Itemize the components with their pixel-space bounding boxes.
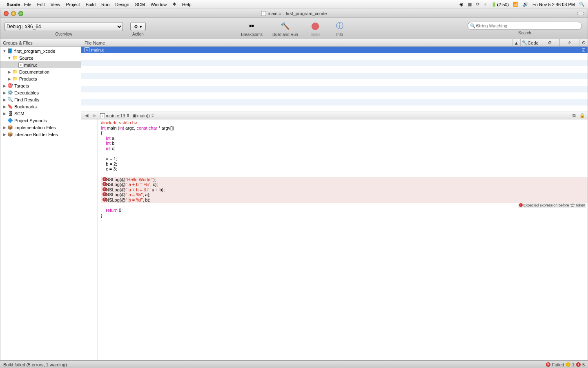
info-button[interactable]: ⓘ Info: [332, 20, 347, 37]
code-line[interactable]: int b;: [101, 141, 588, 146]
code-line[interactable]: {: [101, 130, 588, 136]
code-line[interactable]: }: [101, 213, 588, 218]
code-line[interactable]: c = 3;: [101, 166, 588, 172]
sidebar-item[interactable]: ▶📦Implementation Files: [0, 124, 81, 131]
code-column[interactable]: 🔧 Code: [521, 39, 540, 46]
app-menu[interactable]: Xcode: [7, 2, 20, 7]
code-line[interactable]: [101, 151, 588, 157]
action-menu-button[interactable]: ⚙ ▾: [130, 22, 146, 31]
file-row-empty: [81, 99, 588, 105]
file-row-empty: [81, 60, 588, 66]
search-field[interactable]: 🔍▾: [468, 22, 582, 30]
menu-edit[interactable]: Edit: [37, 2, 45, 7]
menubar-status: ◉ ▥ ⟳ ∗ 🔋 (2:50) 📶 🔊 Fri Nov 5 2:46:03 P…: [459, 2, 585, 7]
clock[interactable]: Fri Nov 5 2:46:03 PM: [532, 2, 575, 7]
search-input[interactable]: [476, 23, 579, 28]
overview-label: Overview: [4, 32, 123, 36]
menu-scm[interactable]: SCM: [135, 2, 145, 7]
sync-icon[interactable]: ⟳: [476, 2, 479, 7]
counterpart-button[interactable]: ⧉: [571, 113, 577, 118]
error-gutter-icon[interactable]: !: [102, 177, 107, 181]
menu-file[interactable]: File: [24, 2, 31, 7]
toolbar-toggle-button[interactable]: [577, 12, 584, 15]
inline-error-message[interactable]: !Expected expression before '@' token: [518, 203, 586, 208]
battery-icon[interactable]: 🔋 (2:50): [491, 2, 509, 7]
code-line[interactable]: return 0;: [101, 208, 588, 213]
file-crumb[interactable]: c main.c:13 ⇕: [100, 113, 130, 118]
sidebar-item[interactable]: ▶📁Documentation: [0, 68, 81, 75]
script-menu-icon[interactable]: ❖: [172, 2, 176, 7]
wifi-icon[interactable]: 📶: [513, 2, 519, 7]
code-line[interactable]: #include <stdio.h>: [101, 120, 588, 126]
menu-build[interactable]: Build: [86, 2, 96, 7]
build-result-summary[interactable]: ✕Failed !1 !5: [546, 362, 585, 367]
menu-run[interactable]: Run: [101, 2, 109, 7]
sidebar-item[interactable]: ▶📁Products: [0, 75, 81, 82]
bluetooth-icon[interactable]: ∗: [483, 2, 487, 7]
volume-icon[interactable]: 🔊: [523, 2, 528, 7]
spotlight-icon[interactable]: 🔍: [579, 2, 585, 7]
minimize-button[interactable]: [11, 11, 16, 16]
sidebar-item[interactable]: cmain.c: [0, 61, 81, 68]
zoom-button[interactable]: [18, 11, 23, 16]
window-title: c main.c – first_program_xcode: [261, 11, 327, 16]
sidebar-item[interactable]: ▼📁Source: [0, 54, 81, 61]
tasks-button[interactable]: ⬤ Tasks: [308, 20, 323, 37]
column-sort-icon[interactable]: ▲: [512, 39, 521, 46]
window-titlebar[interactable]: c main.c – first_program_xcode: [0, 9, 588, 18]
sidebar-tree[interactable]: ▼📘first_program_xcode▼📁Sourcecmain.c▶📁Do…: [0, 47, 81, 360]
menu-window[interactable]: Window: [151, 2, 167, 7]
breakpoints-button[interactable]: ➠ Breakpoints: [241, 20, 263, 37]
code-line[interactable]: int c;: [101, 146, 588, 151]
nav-back-button[interactable]: ◀: [84, 113, 89, 118]
sidebar-item[interactable]: ▶⚙️Executables: [0, 89, 81, 96]
code-line[interactable]: ! NSLog(@" a = %i", a);!Expected express…: [101, 192, 588, 197]
sidebar-item[interactable]: ▶🗄SCM: [0, 110, 81, 117]
code-line[interactable]: [101, 172, 588, 177]
sidebar-header: Groups & Files: [0, 39, 81, 47]
file-row-empty: [81, 92, 588, 99]
code-line[interactable]: ! NSLog(@"Hello World!");!Expected expre…: [101, 177, 588, 182]
column[interactable]: ⚠: [560, 39, 579, 46]
code-editor[interactable]: #include <stdio.h>int main (int argc, co…: [81, 119, 588, 360]
search-label: Search: [518, 31, 531, 35]
code-line[interactable]: a = 1;: [101, 156, 588, 162]
sidebar-item[interactable]: 🔷Project Symbols: [0, 117, 81, 124]
help-menu[interactable]: Help: [182, 2, 192, 7]
nav-forward-button[interactable]: ▶: [92, 113, 98, 118]
status-icon[interactable]: ◉: [459, 2, 463, 7]
gutter[interactable]: [81, 119, 98, 360]
build-config-select[interactable]: Debug | x86_64: [4, 22, 123, 31]
sidebar-item[interactable]: ▶🎯Targets: [0, 82, 81, 89]
locked-icon[interactable]: 🔒: [579, 113, 585, 118]
menu-view[interactable]: View: [51, 2, 60, 7]
file-list-header: File Name ▲ 🔧 Code ⊘ ⚠ ⊙: [81, 39, 588, 47]
menu-design[interactable]: Design: [115, 2, 129, 7]
code-line[interactable]: b = 2;: [101, 162, 588, 167]
sidebar-item[interactable]: ▶🔍Find Results: [0, 96, 81, 103]
code-line[interactable]: int a;: [101, 136, 588, 141]
status-bar: Build failed (5 errors, 1 warning) ✕Fail…: [0, 361, 588, 368]
build-and-run-button[interactable]: 🔨 Build and Run: [272, 20, 298, 37]
function-crumb[interactable]: ▣ main() ⇕: [132, 113, 154, 118]
file-list[interactable]: c main.c☑: [81, 47, 588, 112]
sidebar-item[interactable]: ▼📘first_program_xcode: [0, 47, 81, 54]
column[interactable]: ⊙: [579, 39, 588, 46]
menu-project[interactable]: Project: [66, 2, 80, 7]
file-name-column[interactable]: File Name: [81, 39, 512, 46]
code-line[interactable]: [101, 203, 588, 208]
status-icon[interactable]: ▥: [468, 2, 472, 7]
file-row-empty: [81, 86, 588, 92]
error-gutter-icon[interactable]: !: [102, 187, 107, 191]
error-gutter-icon[interactable]: !: [102, 197, 107, 202]
code-line[interactable]: ! NSLog(@" a + b = &i", a + b);!Expected…: [101, 187, 588, 193]
file-row[interactable]: c main.c☑: [81, 47, 588, 53]
code-line[interactable]: ! NSLog(@" a + b = %i", c);!Expected exp…: [101, 182, 588, 187]
file-icon: c: [261, 11, 266, 16]
close-button[interactable]: [4, 11, 9, 16]
column[interactable]: ⊘: [540, 39, 560, 46]
code-line[interactable]: ! NSLog(@" b = %i", b);!Expected express…: [101, 197, 588, 203]
sidebar-item[interactable]: ▶🔖Bookmarks: [0, 103, 81, 110]
sidebar-item[interactable]: ▶📦Interface Builder Files: [0, 131, 81, 138]
code-line[interactable]: int main (int argc, const char * argv[]): [101, 126, 588, 131]
